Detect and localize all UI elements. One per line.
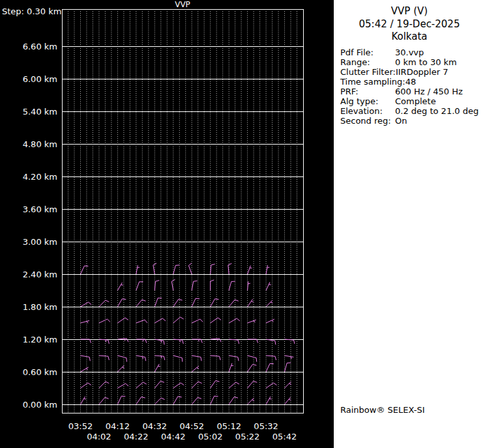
wind-barb: [229, 363, 233, 372]
wind-barb: [154, 339, 164, 344]
product-parameters: Pdf File:30.vvpRange:0 km to 30 kmClutte…: [340, 48, 485, 126]
wind-barb: [173, 300, 183, 307]
parameter-value: 600 Hz / 450 Hz: [395, 87, 463, 96]
step-label: Step: 0.30 km: [2, 7, 61, 16]
wind-barb: [99, 382, 109, 388]
wind-barb: [154, 281, 159, 291]
parameter-value: 0 km to 30 km: [395, 57, 457, 67]
parameter-row: PRF:600 Hz / 450 Hz: [340, 87, 485, 96]
wind-barb: [229, 397, 238, 405]
wind-barb: [211, 318, 221, 323]
wind-barb: [192, 281, 197, 290]
x-axis-label: 04:02: [87, 432, 111, 441]
wind-barb: [248, 300, 254, 307]
wind-barb: [173, 356, 183, 362]
wind-barb: [154, 318, 166, 323]
wind-barb: [211, 381, 220, 389]
wind-barb: [81, 356, 91, 361]
parameter-label: Time sampling:: [340, 77, 405, 87]
wind-barb: [81, 302, 92, 307]
x-axis-label: 04:12: [106, 421, 130, 431]
wind-barb: [188, 263, 192, 274]
wind-barb: [136, 397, 145, 405]
y-axis-label: 1.20 km: [23, 335, 57, 344]
wind-barb: [81, 383, 91, 388]
parameter-row: Time sampling:48: [340, 77, 485, 87]
parameter-label: Clutter Filter:: [340, 67, 396, 77]
y-axis-label: 2.40 km: [23, 270, 57, 279]
y-axis-label: 0.00 km: [23, 400, 57, 410]
wind-barb: [192, 382, 201, 388]
x-axis-label: 05:42: [272, 432, 297, 441]
y-axis-label: 1.80 km: [23, 302, 57, 312]
wind-barb: [248, 381, 257, 388]
wind-barb: [154, 356, 165, 360]
wind-barb: [266, 300, 272, 307]
parameter-row: Elevation:0.2 deg to 21.0 deg: [340, 106, 485, 116]
wind-barb: [117, 396, 125, 404]
wind-barb: [266, 383, 276, 388]
wind-barb: [285, 382, 291, 388]
wind-barb: [117, 365, 124, 372]
chart-title: VVP: [175, 0, 190, 9]
x-axis-label: 05:22: [235, 432, 259, 441]
wind-barb: [285, 363, 291, 372]
y-axis-label: 6.00 km: [23, 74, 57, 84]
wind-barb: [136, 320, 147, 323]
x-axis-label: 04:52: [179, 421, 203, 431]
wind-barb: [117, 384, 128, 388]
wind-barb: [266, 282, 271, 290]
wind-barb: [229, 382, 239, 388]
wind-barb: [266, 397, 271, 404]
wind-barb: [173, 339, 184, 344]
parameter-row: Pdf File:30.vvp: [340, 48, 485, 57]
wind-barb: [266, 319, 274, 323]
wind-barb: [266, 265, 269, 274]
wind-barb: [248, 281, 250, 290]
parameter-value: IIRDoppler 7: [396, 67, 448, 77]
info-panel: VVP (V) 05:42 / 19-Dec-2025 Kolkata Pdf …: [334, 0, 485, 448]
y-axis-label: 6.60 km: [23, 42, 57, 51]
wind-barb: [136, 300, 146, 307]
parameter-label: PRF:: [340, 87, 395, 96]
y-axis-label: 0.60 km: [23, 367, 57, 377]
site-name: Kolkata: [334, 31, 485, 44]
parameter-value: Complete: [395, 96, 436, 106]
x-axis-label: 03:52: [68, 421, 93, 431]
wind-barb: [248, 365, 257, 372]
wind-barb: [192, 298, 199, 307]
wind-barb: [154, 398, 164, 404]
wind-barb: [192, 397, 201, 404]
wind-barb: [173, 265, 180, 274]
x-axis-label: 05:02: [198, 432, 222, 441]
wind-barb: [117, 339, 128, 342]
wind-barb: [153, 263, 156, 274]
parameter-row: Clutter Filter:IIRDoppler 7: [340, 67, 485, 77]
parameter-label: Elevation:: [340, 106, 395, 116]
wind-barb: [211, 356, 221, 360]
parameter-value: On: [395, 116, 407, 126]
parameter-label: Range:: [340, 57, 395, 67]
wind-profile-panel: 6.60 km6.00 km5.40 km4.80 km4.20 km3.60 …: [0, 0, 334, 448]
wind-barb: [248, 320, 256, 323]
plot-border: [63, 10, 304, 413]
wind-barb: [173, 317, 184, 323]
wind-barb: [117, 318, 128, 323]
wind-barb: [117, 356, 126, 362]
parameter-row: Range:0 km to 30 km: [340, 57, 485, 67]
wind-barb: [99, 356, 110, 360]
wind-barb: [117, 299, 126, 307]
wind-barb: [136, 356, 146, 361]
brand-footer: Rainbow® SELEX-SI: [340, 405, 425, 415]
parameter-value: 30.vvp: [395, 48, 424, 57]
y-axis-label: 4.20 km: [23, 172, 57, 182]
wind-barb: [81, 367, 89, 372]
wind-barb: [81, 397, 86, 404]
parameter-label: Alg type:: [340, 96, 395, 106]
wind-barb: [99, 319, 110, 323]
wind-barb: [173, 397, 182, 404]
wind-barb: [229, 356, 239, 361]
parameter-label: Second reg:: [340, 116, 395, 126]
x-axis-label: 04:22: [124, 432, 148, 441]
wind-barb: [211, 280, 214, 290]
